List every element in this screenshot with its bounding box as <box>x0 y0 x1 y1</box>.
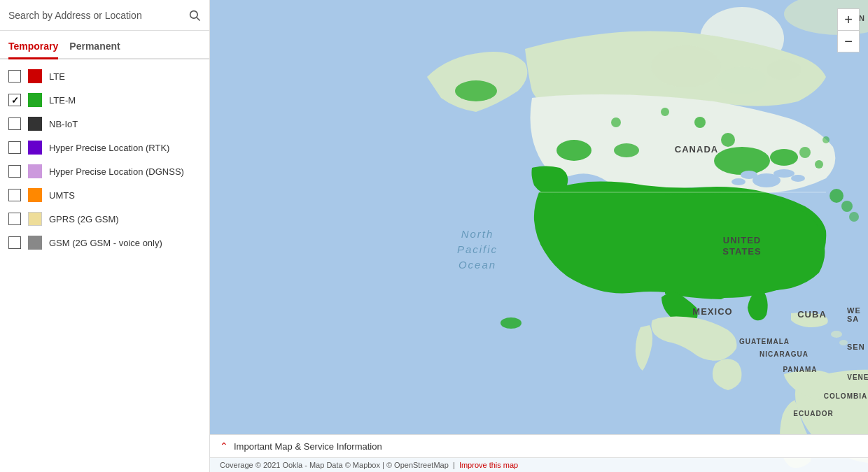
svg-point-31 <box>849 212 859 222</box>
map-area[interactable]: CANADA UNITED STATES MEXICO CUBA GUATEMA… <box>210 0 868 472</box>
zoom-out-button[interactable]: − <box>838 31 859 52</box>
checkbox-hpl-rtk[interactable] <box>8 141 21 154</box>
svg-point-6 <box>651 45 721 87</box>
legend-item-gprs[interactable]: GPRS (2G GSM) <box>8 212 201 226</box>
swatch-nb-iot <box>28 117 42 131</box>
tabs: Temporary Permanent <box>0 31 209 59</box>
canada-label: CANADA <box>675 144 718 155</box>
legend-item-nb-iot[interactable]: NB-IoT <box>8 117 201 131</box>
label-gsm: GSM (2G GSM - voice only) <box>49 238 162 248</box>
label-hpl-dgnss: Hyper Precise Location (DGNSS) <box>49 166 184 177</box>
checkbox-hpl-dgnss[interactable] <box>8 165 21 178</box>
attribution-text: Coverage © 2021 Ookla - Map Data © Mapbo… <box>220 461 449 469</box>
checkbox-lte[interactable] <box>8 70 21 83</box>
svg-point-21 <box>799 147 811 158</box>
pacific-ocean-label: North <box>461 228 494 240</box>
svg-point-16 <box>500 317 522 329</box>
chevron-up-icon: ⌃ <box>220 441 228 452</box>
important-info-text: Important Map & Service Information <box>234 441 382 452</box>
svg-point-0 <box>190 10 198 18</box>
search-bar <box>0 0 209 31</box>
tab-temporary[interactable]: Temporary <box>8 36 58 59</box>
edge-label-s-sa: SA <box>847 315 859 323</box>
svg-point-14 <box>614 143 639 157</box>
svg-point-25 <box>741 171 757 179</box>
svg-point-27 <box>774 169 794 178</box>
edge-label-s-sen: SEN <box>847 343 865 351</box>
checkbox-gsm[interactable] <box>8 236 21 249</box>
edge-label-s-w: WE <box>847 306 861 315</box>
bottom-bar: ⌃ Important Map & Service Information Co… <box>210 434 868 472</box>
svg-point-29 <box>830 189 844 203</box>
label-gprs: GPRS (2G GSM) <box>49 214 119 224</box>
zoom-controls: + − <box>837 8 860 52</box>
swatch-gprs <box>28 212 42 226</box>
important-info-bar[interactable]: ⌃ Important Map & Service Information <box>210 434 868 457</box>
map-svg: CANADA UNITED STATES MEXICO CUBA GUATEMA… <box>210 0 868 472</box>
svg-point-18 <box>661 108 669 116</box>
label-hpl-rtk: Hyper Precise Location (RTK) <box>49 143 169 153</box>
checkbox-nb-iot[interactable] <box>8 117 21 130</box>
swatch-hpl-rtk <box>28 141 42 155</box>
legend-item-hpl-dgnss[interactable]: Hyper Precise Location (DGNSS) <box>8 164 201 178</box>
svg-point-26 <box>732 178 746 185</box>
legend-item-gsm[interactable]: GSM (2G GSM - voice only) <box>8 236 201 250</box>
swatch-lte <box>28 69 42 83</box>
us-label2: STATES <box>722 246 761 257</box>
svg-point-19 <box>611 117 621 127</box>
svg-point-17 <box>694 117 706 128</box>
nicaragua-label: NICARAGUA <box>760 350 808 358</box>
legend-item-lte-m[interactable]: LTE-M <box>8 93 201 107</box>
search-input[interactable] <box>8 10 188 21</box>
colombia-label: COLOMBIA <box>824 392 867 400</box>
svg-point-23 <box>822 136 830 143</box>
legend-item-lte[interactable]: LTE <box>8 69 201 83</box>
svg-point-7 <box>718 66 766 94</box>
legend: LTE LTE-M NB-IoT Hyper Precise Location … <box>0 59 209 472</box>
svg-line-1 <box>197 17 200 21</box>
checkbox-lte-m[interactable] <box>8 94 21 106</box>
checkbox-gprs[interactable] <box>8 213 21 225</box>
us-label: UNITED <box>723 235 761 245</box>
ecuador-label: ECUADOR <box>793 410 834 417</box>
pacific-ocean-label3: Ocean <box>458 259 496 271</box>
label-umts: UMTS <box>49 190 75 201</box>
legend-item-hpl-rtk[interactable]: Hyper Precise Location (RTK) <box>8 141 201 155</box>
panama-label: PANAMA <box>783 366 817 373</box>
swatch-lte-m <box>28 93 42 107</box>
left-panel: Temporary Permanent LTE LTE-M NB-IoT Hyp… <box>0 0 210 472</box>
mexico-label: MEXICO <box>692 306 732 317</box>
label-lte: LTE <box>49 71 65 82</box>
improve-map-link[interactable]: Improve this map <box>459 461 518 469</box>
venezuela-label: VENEZUELA <box>847 373 868 381</box>
svg-point-20 <box>721 133 735 147</box>
svg-point-8 <box>766 59 802 80</box>
svg-point-30 <box>841 201 853 212</box>
swatch-umts <box>28 188 42 202</box>
checkbox-umts[interactable] <box>8 189 21 201</box>
legend-item-umts[interactable]: UMTS <box>8 188 201 202</box>
svg-point-11 <box>714 147 770 175</box>
svg-point-28 <box>791 175 805 182</box>
guatemala-label: GUATEMALA <box>739 338 790 345</box>
zoom-in-button[interactable]: + <box>838 9 859 30</box>
svg-point-13 <box>770 149 798 166</box>
cuba-label: CUBA <box>797 309 827 320</box>
search-icon[interactable] <box>188 9 201 22</box>
pacific-ocean-label2: Pacific <box>457 243 498 255</box>
label-nb-iot: NB-IoT <box>49 119 78 129</box>
swatch-hpl-dgnss <box>28 164 42 178</box>
attribution-bar: Coverage © 2021 Ookla - Map Data © Mapbo… <box>210 457 868 472</box>
swatch-gsm <box>28 236 42 250</box>
tab-permanent[interactable]: Permanent <box>69 36 120 59</box>
svg-point-15 <box>455 80 497 101</box>
label-lte-m: LTE-M <box>49 95 76 106</box>
svg-point-22 <box>815 160 823 169</box>
svg-point-12 <box>556 140 592 161</box>
svg-point-9 <box>831 331 842 338</box>
